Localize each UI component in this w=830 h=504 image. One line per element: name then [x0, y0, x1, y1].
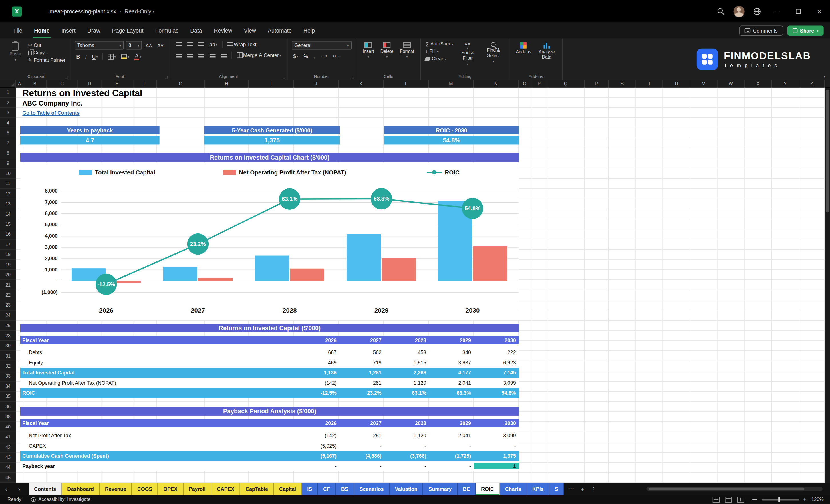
addins-button[interactable]: Add-ins	[514, 41, 534, 71]
cell[interactable]: 4,177	[429, 370, 474, 376]
row-header-21[interactable]: 21	[0, 280, 16, 290]
row-header-41[interactable]: 41	[0, 432, 16, 442]
number-dialog-launcher[interactable]	[352, 76, 354, 78]
sheet-canvas[interactable]: Returns on Invested Capital ABC Company …	[16, 88, 825, 483]
column-header-N[interactable]: N	[474, 80, 518, 88]
row-header-25[interactable]: 25	[0, 321, 16, 330]
row-header-16[interactable]: 16	[0, 229, 16, 240]
sheet-tab-payroll[interactable]: Payroll	[183, 483, 211, 495]
menu-item-insert[interactable]: Insert	[56, 22, 81, 38]
row-header-44[interactable]: 44	[0, 463, 16, 473]
cell[interactable]: 222	[474, 350, 519, 355]
sheet-tab-summary[interactable]: Summary	[423, 483, 458, 495]
merge-center-button[interactable]: Merge & Center▾	[235, 52, 283, 58]
cell[interactable]: (5,025)	[295, 443, 340, 449]
column-header-V[interactable]: V	[690, 80, 717, 88]
sheet-tab-capex[interactable]: CAPEX	[211, 483, 240, 495]
cell[interactable]: 2,268	[385, 370, 429, 376]
row-header-5[interactable]: 5	[0, 128, 16, 138]
column-header-G[interactable]: G	[157, 80, 205, 88]
cell[interactable]: (1,725)	[429, 453, 474, 459]
cell[interactable]: 1,281	[340, 370, 385, 376]
cell[interactable]: 3,837	[429, 359, 474, 366]
cell[interactable]: 667	[295, 350, 340, 355]
tabs-scroll-right-button[interactable]: ›	[13, 485, 26, 493]
cell[interactable]: -	[385, 463, 429, 469]
minimize-button[interactable]: —	[766, 0, 787, 22]
zoom-in-button[interactable]: +	[803, 497, 806, 502]
row-header-42[interactable]: 42	[0, 442, 16, 452]
column-header-R[interactable]: R	[584, 80, 609, 88]
increase-indent-button[interactable]	[219, 53, 228, 58]
column-header-P[interactable]: P	[532, 80, 547, 88]
sheet-tab-cf[interactable]: CF	[318, 483, 336, 495]
maximize-button[interactable]	[787, 0, 809, 22]
row-header-38[interactable]: 38	[0, 412, 16, 422]
cell[interactable]: 1,120	[385, 380, 429, 386]
row-header-19[interactable]: 19	[0, 260, 16, 270]
align-bottom-button[interactable]	[196, 42, 205, 47]
decrease-indent-button[interactable]	[208, 53, 217, 58]
paste-button[interactable]: Paste ▾	[7, 41, 23, 63]
row-header-36[interactable]: 36	[0, 402, 16, 412]
row-header-28[interactable]: 28	[0, 330, 16, 341]
cell[interactable]: 281	[340, 380, 385, 386]
tabs-overflow-button[interactable]: •••	[568, 486, 574, 492]
sheet-tab-cogs[interactable]: COGS	[132, 483, 158, 495]
sort-filter-button[interactable]: A▼Z Sort & Filter▾	[456, 41, 479, 71]
row-header-1[interactable]: 1	[0, 88, 16, 98]
align-center-button[interactable]	[185, 53, 194, 58]
row-header-15[interactable]: 15	[0, 219, 16, 229]
font-size-select[interactable]: 8 ▾	[126, 41, 142, 50]
column-header-X[interactable]: X	[745, 80, 772, 88]
cell[interactable]: 1,375	[474, 453, 519, 459]
cell[interactable]: 1	[474, 463, 519, 469]
format-painter-button[interactable]: ✎ Format Painter	[28, 58, 65, 63]
menu-item-file[interactable]: File	[7, 22, 28, 38]
cell[interactable]: -	[429, 443, 474, 449]
menu-item-formulas[interactable]: Formulas	[149, 22, 185, 38]
format-cells-button[interactable]: Format▾	[397, 41, 416, 71]
row-header-8[interactable]: 8	[0, 148, 16, 158]
number-format-select[interactable]: General ▾	[292, 41, 352, 50]
row-header-17[interactable]: 17	[0, 240, 16, 249]
roic-chart[interactable]: 8,0007,0006,0005,0004,0003,0002,0001,000…	[20, 163, 519, 320]
cell[interactable]: 7,145	[474, 370, 519, 376]
font-dialog-launcher[interactable]	[165, 76, 168, 78]
column-header-M[interactable]: M	[429, 80, 474, 88]
sheet-tab-roic[interactable]: ROIC	[476, 483, 500, 495]
sheet-tab-valuation[interactable]: Valuation	[389, 483, 423, 495]
shrink-font-button[interactable]: A˅	[156, 42, 165, 48]
cell[interactable]: 63.3%	[429, 390, 474, 396]
add-sheet-button[interactable]: +	[581, 485, 584, 493]
sheet-tab-kpis[interactable]: KPIs	[527, 483, 549, 495]
row-header-11[interactable]: 11	[0, 179, 16, 189]
row-header-35[interactable]: 35	[0, 391, 16, 402]
comments-button[interactable]: Comments	[739, 26, 783, 35]
underline-button[interactable]: U▾	[90, 54, 99, 60]
find-select-button[interactable]: Find & Select▾	[482, 41, 505, 71]
share-button[interactable]: Share ▾	[787, 26, 824, 35]
sheet-tab-is[interactable]: IS	[302, 483, 318, 495]
column-header-C[interactable]: C	[47, 80, 78, 88]
page-break-view-button[interactable]	[737, 496, 744, 502]
close-button[interactable]: ×	[808, 0, 830, 22]
cell[interactable]: -	[340, 443, 385, 449]
alignment-dialog-launcher[interactable]	[283, 76, 285, 78]
accounting-format-button[interactable]: $▾	[292, 54, 300, 60]
sheet-tab-s[interactable]: S	[549, 483, 564, 495]
row-header-22[interactable]: 22	[0, 290, 16, 300]
row-header-34[interactable]: 34	[0, 382, 16, 391]
row-header-40[interactable]: 40	[0, 422, 16, 432]
cell[interactable]: 2,041	[429, 380, 474, 386]
row-header-32[interactable]: 32	[0, 361, 16, 371]
zoom-slider-thumb[interactable]	[778, 497, 780, 502]
row-header-9[interactable]: 9	[0, 158, 16, 168]
menu-item-help[interactable]: Help	[297, 22, 321, 38]
vertical-scrollbar-thumb[interactable]	[826, 90, 829, 212]
worksheet[interactable]: 1234578910111213141516171819202122232425…	[0, 88, 830, 483]
menu-item-page-layout[interactable]: Page Layout	[106, 22, 149, 38]
font-color-button[interactable]: A▾	[133, 54, 143, 60]
column-header-O[interactable]: O	[518, 80, 532, 88]
column-header-B[interactable]: B	[24, 80, 47, 88]
